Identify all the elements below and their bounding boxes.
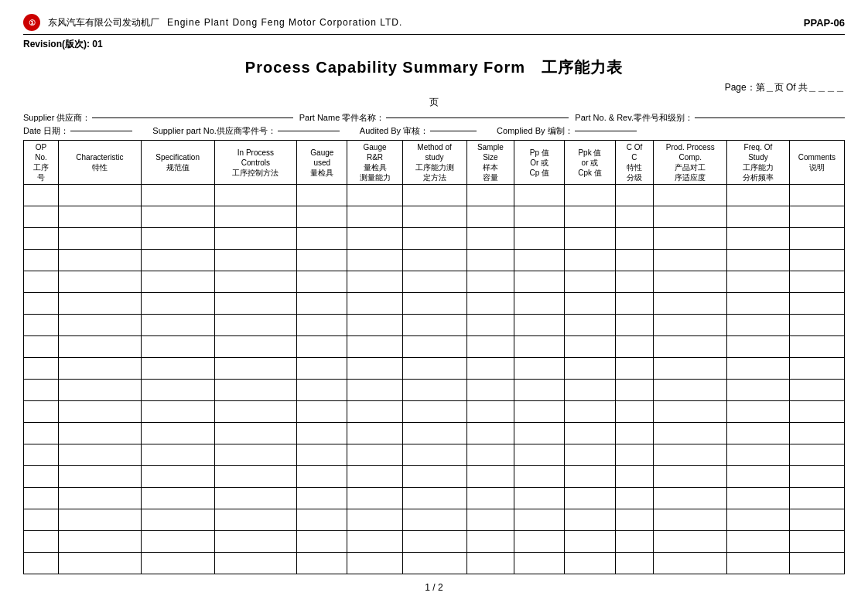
- table-cell: [514, 509, 565, 531]
- table-cell: [347, 250, 402, 271]
- table-cell: [727, 444, 790, 466]
- table-cell: [347, 293, 402, 315]
- table-cell: [727, 358, 790, 380]
- table-cell: [24, 423, 59, 444]
- table-cell: [24, 293, 59, 315]
- table-cell: [59, 271, 142, 293]
- table-cell: [297, 466, 347, 488]
- table-cell: [727, 336, 790, 358]
- revision-row: Revision(版次): 01: [23, 38, 845, 51]
- date-label: Date 日期：: [23, 125, 69, 137]
- table-cell: [402, 228, 466, 250]
- table-cell: [466, 293, 514, 315]
- table-cell: [141, 271, 214, 293]
- table-cell: [59, 488, 142, 509]
- table-cell: [466, 315, 514, 336]
- table-cell: [24, 488, 59, 509]
- table-cell: [402, 423, 466, 444]
- company-en: Engine Plant Dong Feng Motor Corporation…: [167, 17, 402, 28]
- table-cell: [654, 380, 727, 401]
- table-cell: [654, 250, 727, 271]
- table-cell: [789, 315, 844, 336]
- table-cell: [402, 553, 466, 574]
- table-cell: [565, 293, 615, 315]
- table-cell: [141, 293, 214, 315]
- table-row: [24, 401, 845, 423]
- table-cell: [654, 553, 727, 574]
- page-indicator: 1 / 2: [425, 582, 443, 593]
- header-op-cn: 工序: [25, 162, 57, 172]
- table-cell: [615, 380, 654, 401]
- table-cell: [514, 423, 565, 444]
- table-cell: [297, 315, 347, 336]
- table-cell: [214, 531, 297, 553]
- info-row-1: Supplier 供应商： Part Name 零件名称： Part No. &…: [23, 112, 845, 124]
- part-no-label: Part No. & Rev.零件号和级别：: [575, 112, 693, 124]
- table-cell: [565, 315, 615, 336]
- table-cell: [789, 271, 844, 293]
- table-cell: [24, 401, 59, 423]
- table-cell: [24, 358, 59, 380]
- table-cell: [24, 336, 59, 358]
- table-cell: [615, 488, 654, 509]
- table-cell: [24, 553, 59, 574]
- table-cell: [789, 250, 844, 271]
- table-cell: [654, 401, 727, 423]
- table-cell: [297, 509, 347, 531]
- table-cell: [514, 358, 565, 380]
- table-cell: [141, 466, 214, 488]
- supplier-part-line: [278, 131, 340, 131]
- table-cell: [514, 380, 565, 401]
- table-cell: [347, 271, 402, 293]
- table-cell: [297, 185, 347, 206]
- table-cell: [654, 488, 727, 509]
- supplier-part-label: Supplier part No.供应商零件号：: [152, 125, 276, 137]
- table-cell: [214, 206, 297, 228]
- table-cell: [789, 466, 844, 488]
- table-cell: [59, 206, 142, 228]
- table-cell: [24, 380, 59, 401]
- table-cell: [141, 444, 214, 466]
- part-no-line: [695, 117, 845, 118]
- table-cell: [141, 228, 214, 250]
- table-cell: [615, 336, 654, 358]
- table-cell: [466, 250, 514, 271]
- table-cell: [214, 271, 297, 293]
- table-cell: [615, 358, 654, 380]
- table-cell: [789, 509, 844, 531]
- table-cell: [466, 358, 514, 380]
- header-inprocess: In Process Controls 工序控制方法: [214, 141, 297, 185]
- table-row: [24, 293, 845, 315]
- table-cell: [727, 315, 790, 336]
- table-cell: [654, 358, 727, 380]
- header-left: ① 东风汽车有限公司发动机厂 Engine Plant Dong Feng Mo…: [23, 14, 402, 31]
- table-cell: [466, 466, 514, 488]
- table-cell: [24, 206, 59, 228]
- supplier-label: Supplier 供应商：: [23, 112, 91, 124]
- table-cell: [514, 250, 565, 271]
- table-cell: [402, 531, 466, 553]
- table-cell: [402, 271, 466, 293]
- table-cell: [59, 553, 142, 574]
- table-cell: [347, 336, 402, 358]
- title-cn: 工序能力表: [542, 59, 623, 76]
- table-row: [24, 466, 845, 488]
- table-cell: [347, 466, 402, 488]
- table-cell: [565, 444, 615, 466]
- table-cell: [727, 293, 790, 315]
- audited-field: Audited By 审核：: [360, 125, 477, 137]
- title-en: Process Capability Summary Form: [245, 59, 525, 76]
- table-cell: [789, 185, 844, 206]
- table-cell: [59, 444, 142, 466]
- table-cell: [615, 250, 654, 271]
- info-row-2: Date 日期： Supplier part No.供应商零件号： Audite…: [23, 125, 845, 137]
- table-cell: [59, 380, 142, 401]
- table-cell: [615, 293, 654, 315]
- table-cell: [297, 553, 347, 574]
- table-cell: [297, 358, 347, 380]
- table-cell: [297, 401, 347, 423]
- table-cell: [654, 315, 727, 336]
- table-cell: [402, 250, 466, 271]
- table-cell: [565, 509, 615, 531]
- table-cell: [727, 380, 790, 401]
